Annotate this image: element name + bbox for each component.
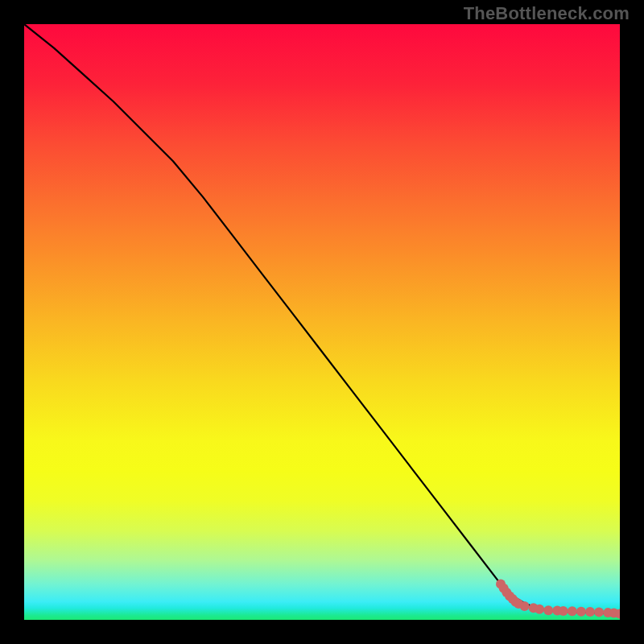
data-point — [585, 607, 595, 617]
data-point — [576, 607, 586, 617]
data-point — [535, 605, 544, 614]
chart-svg — [24, 24, 620, 620]
data-point — [568, 606, 577, 616]
data-point — [559, 606, 568, 616]
plot-area — [24, 24, 620, 620]
chart-frame: TheBottleneck.com — [0, 0, 644, 644]
plot-background — [24, 24, 620, 620]
data-point — [543, 605, 553, 615]
data-point — [594, 607, 604, 617]
data-point — [520, 601, 530, 611]
attribution-label: TheBottleneck.com — [464, 3, 630, 24]
